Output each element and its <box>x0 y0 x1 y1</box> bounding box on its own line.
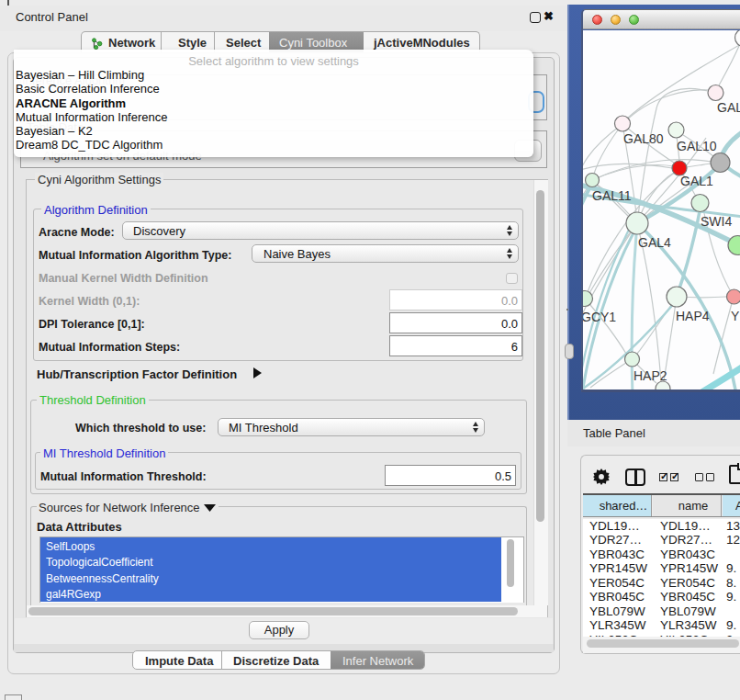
svg-text:GAL4: GAL4 <box>638 235 671 250</box>
svg-text:HAP4: HAP4 <box>676 309 710 323</box>
svg-text:GCY1: GCY1 <box>583 310 616 324</box>
svg-text:GAL80: GAL80 <box>623 131 664 146</box>
svg-text:GAL10: GAL10 <box>677 139 717 153</box>
svg-text:SWI4: SWI4 <box>701 214 732 229</box>
svg-text:HAP2: HAP2 <box>633 368 667 383</box>
svg-text:GAL7: GAL7 <box>717 100 740 115</box>
svg-text:GAL11: GAL11 <box>592 188 632 203</box>
svg-text:Y: Y <box>731 309 740 323</box>
svg-text:GAL1: GAL1 <box>680 174 713 188</box>
